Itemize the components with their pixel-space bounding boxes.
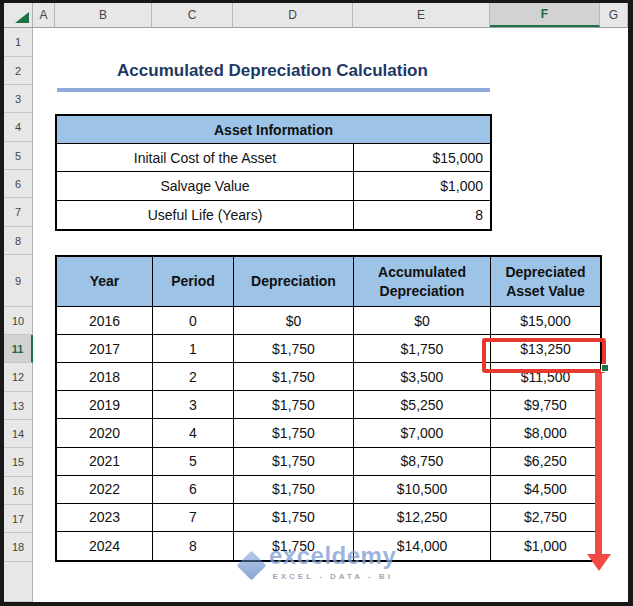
select-all-button[interactable] xyxy=(4,3,33,27)
depreciation-cell[interactable]: 2023 xyxy=(57,504,153,532)
select-all-triangle-icon xyxy=(15,12,29,23)
depreciation-cell[interactable]: $15,000 xyxy=(491,307,600,335)
depreciation-cell[interactable]: $0 xyxy=(234,307,354,335)
worksheet-title: Accumulated Depreciation Calculation xyxy=(55,56,490,86)
row-header-6[interactable]: 6 xyxy=(4,170,33,198)
row-header-3[interactable]: 3 xyxy=(4,85,33,113)
depreciation-cell[interactable]: $1,750 xyxy=(234,532,354,560)
depreciation-cell[interactable]: 2019 xyxy=(57,391,153,419)
depreciation-cell[interactable]: $12,250 xyxy=(354,504,491,532)
depreciation-cell[interactable]: $10,500 xyxy=(354,476,491,504)
column-header-c[interactable]: C xyxy=(152,3,233,27)
fill-handle[interactable] xyxy=(601,364,609,372)
row-header-strip: 123456789101112131415161718 xyxy=(4,28,33,602)
row-header-10[interactable]: 10 xyxy=(4,307,33,335)
depreciation-cell[interactable]: $9,750 xyxy=(491,391,600,419)
depreciation-cell[interactable]: 4 xyxy=(153,419,234,447)
depreciation-cell[interactable]: $8,750 xyxy=(354,448,491,476)
depreciation-cell[interactable]: 0 xyxy=(153,307,234,335)
column-header-d[interactable]: D xyxy=(233,3,353,27)
row-header-2[interactable]: 2 xyxy=(4,57,33,85)
depreciation-cell[interactable]: 2017 xyxy=(57,335,153,363)
depreciation-cell[interactable]: 8 xyxy=(153,532,234,560)
row-header-13[interactable]: 13 xyxy=(4,392,33,420)
asset-info-label[interactable]: Initail Cost of the Asset xyxy=(57,144,354,172)
depreciation-cell[interactable]: $1,750 xyxy=(234,476,354,504)
depreciation-cell[interactable]: 1 xyxy=(153,335,234,363)
row-header-5[interactable]: 5 xyxy=(4,142,33,170)
depreciation-cell[interactable]: $1,000 xyxy=(491,532,600,560)
column-header-a[interactable]: A xyxy=(33,3,55,27)
depreciation-cell[interactable]: $5,250 xyxy=(354,391,491,419)
asset-info-table-header-cell[interactable]: Asset Information xyxy=(57,116,490,144)
asset-info-table: Asset Information Initail Cost of the As… xyxy=(55,114,492,231)
depreciation-cell[interactable]: $8,000 xyxy=(491,419,600,447)
watermark-tagline: EXCEL - DATA - BI xyxy=(272,572,392,581)
row-header-18[interactable]: 18 xyxy=(4,533,33,562)
row-header-15[interactable]: 15 xyxy=(4,448,33,477)
column-header-g[interactable]: G xyxy=(600,3,628,27)
depreciation-cell[interactable]: $1,750 xyxy=(234,419,354,447)
title-underline xyxy=(57,88,490,92)
depreciation-cell[interactable]: $7,000 xyxy=(354,419,491,447)
depreciation-cell[interactable]: 7 xyxy=(153,504,234,532)
row-header-8[interactable]: 8 xyxy=(4,227,33,255)
row-header-14[interactable]: 14 xyxy=(4,420,33,448)
row-header-16[interactable]: 16 xyxy=(4,477,33,505)
row-header-7[interactable]: 7 xyxy=(4,198,33,227)
column-header-strip: ABCDEFG xyxy=(4,3,628,28)
depreciation-column-header[interactable]: Year xyxy=(57,257,153,307)
depreciation-cell[interactable]: 6 xyxy=(153,476,234,504)
depreciation-cell[interactable]: 2 xyxy=(153,363,234,391)
depreciation-cell[interactable]: 2021 xyxy=(57,448,153,476)
excel-window: ABCDEFG 123456789101112131415161718 Accu… xyxy=(0,0,633,606)
depreciation-cell[interactable]: 3 xyxy=(153,391,234,419)
depreciation-cell[interactable]: 2020 xyxy=(57,419,153,447)
depreciation-cell[interactable]: 5 xyxy=(153,448,234,476)
asset-info-value[interactable]: $1,000 xyxy=(354,172,490,200)
depreciation-column-header[interactable]: Accumulated Depreciation xyxy=(354,257,491,307)
column-header-e[interactable]: E xyxy=(353,3,490,27)
depreciation-cell[interactable]: $4,500 xyxy=(491,476,600,504)
asset-info-value[interactable]: 8 xyxy=(354,201,490,229)
depreciation-cell[interactable]: $0 xyxy=(354,307,491,335)
depreciation-cell[interactable]: $1,750 xyxy=(354,335,491,363)
depreciation-column-header[interactable]: Depreciation xyxy=(234,257,354,307)
asset-info-value[interactable]: $15,000 xyxy=(354,144,490,172)
row-header-9[interactable]: 9 xyxy=(4,255,33,307)
highlight-box-f11 xyxy=(482,338,606,373)
asset-info-label[interactable]: Salvage Value xyxy=(57,172,354,200)
asset-info-label[interactable]: Useful Life (Years) xyxy=(57,201,354,229)
row-header-1[interactable]: 1 xyxy=(4,28,33,57)
depreciation-cell[interactable]: $1,750 xyxy=(234,448,354,476)
row-header-partial xyxy=(4,562,33,602)
depreciation-cell[interactable]: 2024 xyxy=(57,532,153,560)
depreciation-cell[interactable]: $1,750 xyxy=(234,363,354,391)
depreciation-cell[interactable]: 2022 xyxy=(57,476,153,504)
column-header-b[interactable]: B xyxy=(55,3,152,27)
depreciation-cell[interactable]: $2,750 xyxy=(491,504,600,532)
depreciation-cell[interactable]: $1,750 xyxy=(234,391,354,419)
row-header-11[interactable]: 11 xyxy=(4,335,33,363)
depreciation-column-header[interactable]: Depreciated Asset Value xyxy=(491,257,600,307)
depreciation-cell[interactable]: 2018 xyxy=(57,363,153,391)
depreciation-table: YearPeriodDepreciationAccumulated Deprec… xyxy=(55,255,602,562)
depreciation-cell[interactable]: $1,750 xyxy=(234,335,354,363)
depreciation-column-header[interactable]: Period xyxy=(153,257,234,307)
depreciation-cell[interactable]: $3,500 xyxy=(354,363,491,391)
column-header-f[interactable]: F xyxy=(490,3,600,27)
red-arrow-head-icon xyxy=(587,554,611,571)
row-header-12[interactable]: 12 xyxy=(4,363,33,392)
depreciation-cell[interactable]: $14,000 xyxy=(354,532,491,560)
depreciation-cell[interactable]: $6,250 xyxy=(491,448,600,476)
red-arrow-line xyxy=(595,371,602,555)
row-header-17[interactable]: 17 xyxy=(4,505,33,533)
depreciation-cell[interactable]: $1,750 xyxy=(234,504,354,532)
row-header-4[interactable]: 4 xyxy=(4,113,33,142)
depreciation-cell[interactable]: 2016 xyxy=(57,307,153,335)
